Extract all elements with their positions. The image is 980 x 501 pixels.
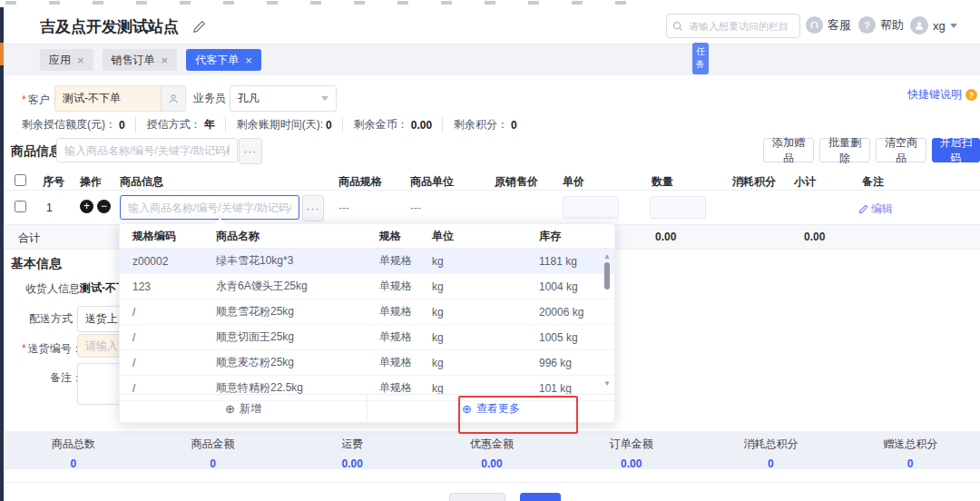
- customer-input[interactable]: [55, 86, 161, 111]
- delivery-no-label: *送货编号：: [22, 339, 83, 357]
- scroll-up-icon[interactable]: ▲: [603, 253, 611, 260]
- bookmarks-items: [5, 1, 641, 5]
- col-header: 数量: [652, 174, 673, 190]
- scan-button[interactable]: 开启扫码: [932, 138, 980, 162]
- customer-service-label: 客服: [828, 17, 851, 34]
- scrollbar-thumb[interactable]: [604, 262, 610, 290]
- collapsed-sidebar[interactable]: [0, 7, 4, 501]
- caret-down-icon: [950, 24, 957, 28]
- dropdown-row[interactable]: /顺意切面王25kg单规格kg1005 kg: [120, 325, 614, 350]
- app-header: 吉及点开发测试站点 客服 ? 帮助 xg: [4, 7, 980, 44]
- browser-bookmarks-bar: [0, 0, 980, 5]
- col-header: 小计: [794, 174, 816, 190]
- tab-close-icon[interactable]: ×: [162, 54, 169, 66]
- dropdown-row[interactable]: z00002绿丰雪花10kg*3单规格kg1181 kg: [120, 249, 614, 274]
- global-search-input[interactable]: [687, 20, 794, 33]
- help-label: 帮助: [880, 17, 904, 34]
- batch-delete-button[interactable]: 批量删除: [819, 138, 870, 162]
- credit-item: 剩余积分：0: [442, 117, 517, 133]
- add-row-icon[interactable]: +: [80, 200, 93, 213]
- shortcut-help-label: 快捷键说明: [907, 87, 962, 103]
- tab-apps[interactable]: 应用 ×: [40, 49, 93, 71]
- summary-item: 赠送总积分0: [840, 431, 980, 469]
- add-gift-button[interactable]: 添加赠品: [763, 138, 814, 162]
- dd-col-header: 规格编码: [132, 229, 216, 244]
- clear-products-button[interactable]: 清空商品: [876, 138, 926, 162]
- user-menu[interactable]: xg: [910, 16, 957, 34]
- shortcut-help-link[interactable]: 快捷键说明 ?: [907, 87, 977, 103]
- tab-close-icon[interactable]: ×: [77, 54, 84, 66]
- total-label: 合计: [18, 231, 40, 246]
- tab-label: 代客下单: [195, 53, 239, 68]
- required-mark: *: [22, 342, 26, 355]
- dd-col-header: 规格: [379, 229, 432, 244]
- product-search-more-button[interactable]: ···: [239, 138, 262, 164]
- credit-item: 剩余金币：0.00: [342, 117, 432, 133]
- select-customer-button[interactable]: [161, 86, 185, 111]
- credit-item: 剩余授信额度(元)：0: [22, 117, 125, 133]
- total-quantity: 0.00: [655, 231, 676, 243]
- secondary-action-button[interactable]: [449, 493, 505, 501]
- question-icon: ?: [858, 16, 876, 34]
- summary-item: 消耗总积分0: [701, 431, 841, 469]
- customer-field[interactable]: [54, 85, 186, 112]
- row-spec: ---: [338, 201, 349, 214]
- select-all-checkbox[interactable]: [15, 174, 26, 186]
- col-header: 序号: [43, 174, 64, 190]
- col-header: 单价: [563, 174, 584, 190]
- table-divider: [4, 190, 980, 191]
- task-floating-button[interactable]: 任 务: [692, 43, 709, 74]
- question-icon: ?: [965, 89, 977, 101]
- scroll-down-icon[interactable]: ▼: [603, 380, 611, 388]
- footer-divider: [4, 482, 980, 483]
- dd-col-header: 商品名称: [216, 229, 379, 244]
- row-remark-edit-link[interactable]: 编辑: [858, 201, 893, 217]
- tab-proxy-order[interactable]: 代客下单 ×: [186, 49, 261, 71]
- remove-row-icon[interactable]: −: [97, 200, 111, 213]
- basic-info-title: 基本信息: [11, 256, 62, 272]
- dropdown-row[interactable]: /顺意雪花粉25kg单规格kg20006 kg: [120, 300, 614, 325]
- task-label: 任: [692, 45, 709, 58]
- product-search-input[interactable]: [56, 138, 238, 162]
- product-section-title: 商品信息: [11, 143, 62, 160]
- help-button[interactable]: ? 帮助: [858, 16, 904, 34]
- row-checkbox[interactable]: [15, 201, 26, 212]
- dropdown-header-row: 规格编码 商品名称 规格 单位 库存: [120, 224, 614, 249]
- summary-item: 商品总数0: [4, 431, 143, 469]
- required-mark: *: [22, 93, 26, 106]
- row-price-input[interactable]: [563, 196, 619, 219]
- customer-service-button[interactable]: 客服: [806, 16, 851, 34]
- avatar: [910, 16, 928, 34]
- product-dropdown: 规格编码 商品名称 规格 单位 库存 z00002绿丰雪花10kg*3单规格kg…: [119, 223, 615, 423]
- salesman-select[interactable]: 孔凡: [230, 85, 337, 112]
- delivery-method-label: 配送方式：: [29, 311, 83, 327]
- tab-sales-orders[interactable]: 销售订单 ×: [103, 49, 178, 71]
- summary-item: 订单金额0.00: [562, 431, 701, 469]
- primary-action-button[interactable]: [520, 493, 561, 501]
- global-search[interactable]: [666, 14, 800, 38]
- tab-close-icon[interactable]: ×: [245, 54, 252, 66]
- pencil-icon: [858, 204, 868, 214]
- row-product-more-button[interactable]: ···: [302, 195, 324, 221]
- col-header: 备注: [862, 174, 884, 190]
- task-label: 务: [692, 58, 709, 71]
- username: xg: [933, 19, 946, 33]
- dd-col-header: 库存: [539, 229, 602, 244]
- add-new-product-button[interactable]: ⊕ 新增: [120, 395, 367, 422]
- dropdown-row[interactable]: /顺意麦芯粉25kg单规格kg996 kg: [120, 350, 614, 376]
- person-icon: [168, 93, 179, 104]
- tab-bar: 应用 × 销售订单 × 代客下单 ×: [4, 44, 980, 75]
- col-header: 操作: [80, 174, 102, 190]
- row-product-input[interactable]: [120, 195, 299, 220]
- dropdown-row[interactable]: 123永青6A馒头王25kg单规格kg1004 kg: [120, 274, 614, 300]
- row-index: 1: [46, 201, 53, 214]
- row-unit: ---: [410, 201, 421, 214]
- edit-title-icon[interactable]: [192, 20, 206, 34]
- col-header: 商品单位: [410, 174, 454, 190]
- total-subtotal: 0.00: [804, 231, 825, 243]
- dd-col-header: 单位: [432, 229, 539, 244]
- col-header: 商品规格: [338, 174, 382, 190]
- row-quantity-input[interactable]: [650, 196, 706, 219]
- site-title: 吉及点开发测试站点: [40, 16, 179, 37]
- annotation-highlight-box: [458, 396, 578, 434]
